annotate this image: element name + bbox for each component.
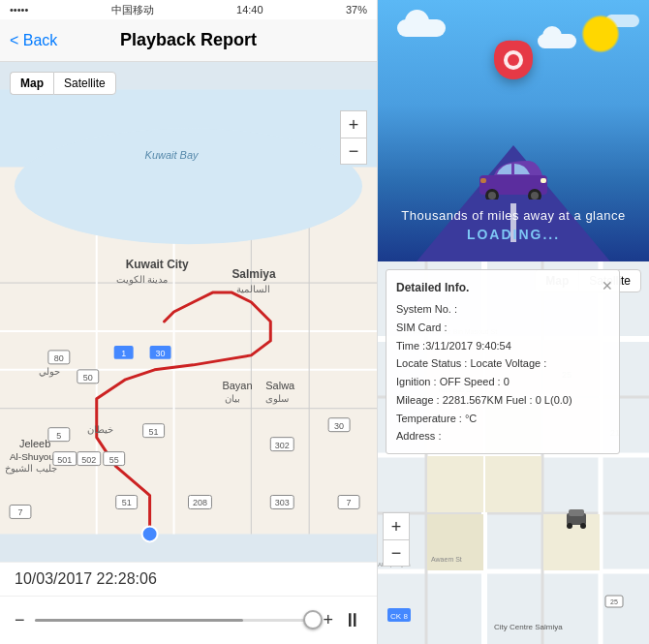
- zoom-in-button[interactable]: +: [340, 110, 367, 138]
- progress-thumb[interactable]: [303, 610, 323, 629]
- cloud-1: [397, 19, 446, 37]
- svg-text:1: 1: [121, 349, 126, 358]
- car-illustration: [475, 151, 552, 203]
- progress-fill: [35, 619, 244, 622]
- info-row-time: Time : 3/11/2017 9:40:54: [396, 337, 609, 355]
- map-container[interactable]: Map Satellite Kuwait Bay: [0, 62, 377, 562]
- pause-button[interactable]: ⏸: [343, 609, 362, 631]
- info-label-time: Time :: [396, 337, 425, 355]
- svg-point-100: [580, 523, 586, 529]
- svg-text:Bayan: Bayan: [222, 380, 252, 391]
- svg-text:502: 502: [81, 455, 96, 465]
- sun-icon: [581, 15, 620, 53]
- back-button[interactable]: < Back: [10, 32, 57, 49]
- info-value-address: [441, 427, 444, 445]
- svg-rect-65: [541, 178, 546, 183]
- zoom-out-button[interactable]: −: [340, 138, 367, 165]
- svg-text:501: 501: [57, 455, 72, 465]
- loading-text: LOADING...: [467, 227, 560, 242]
- left-panel: ••••• 中国移动 14:40 37% < Back Playback Rep…: [0, 0, 378, 644]
- time-display: 14:40: [236, 4, 263, 15]
- battery-indicator: 37%: [346, 4, 367, 15]
- svg-point-99: [567, 523, 572, 529]
- info-label-ignition: Ignition : OFF Speed : 0: [396, 373, 510, 391]
- info-label-locate-status: Locate Status : Locate Voltage :: [396, 354, 546, 373]
- map-svg: Kuwait Bay Kuwait City مدينة الكويت Salm…: [0, 62, 377, 562]
- svg-text:سلوى: سلوى: [265, 393, 289, 405]
- svg-text:Kuwait City: Kuwait City: [126, 258, 189, 271]
- bottom-map[interactable]: Abdul Azeez Bin Masoud St Hamoud St 8 St…: [378, 261, 649, 644]
- svg-text:جليب الشيوخ: جليب الشيوخ: [5, 463, 57, 475]
- info-panel: Detailed Info. ✕ System No. : SIM Card :…: [386, 269, 620, 454]
- svg-text:بيان: بيان: [225, 393, 240, 404]
- map-type-map-button[interactable]: Map: [10, 72, 53, 95]
- info-label-address: Address :: [396, 427, 441, 445]
- svg-point-10: [142, 526, 158, 541]
- svg-text:Kuwait Bay: Kuwait Bay: [145, 149, 200, 161]
- info-panel-title: Detailed Info.: [396, 278, 609, 297]
- bottom-zoom-in-button[interactable]: +: [383, 512, 410, 539]
- right-panel: Thousands of miles away at a glance LOAD…: [378, 0, 649, 644]
- info-label-system-no: System No. :: [396, 300, 457, 319]
- svg-text:7: 7: [347, 498, 352, 507]
- svg-text:Awaem St: Awaem St: [431, 556, 462, 563]
- timestamp-display: 10/03/2017 22:28:06: [0, 562, 377, 596]
- progress-bar[interactable]: [35, 619, 314, 622]
- svg-rect-66: [480, 178, 486, 183]
- svg-text:208: 208: [193, 498, 207, 507]
- svg-text:50: 50: [83, 373, 93, 383]
- svg-text:51: 51: [122, 498, 132, 507]
- svg-text:25: 25: [610, 598, 618, 605]
- svg-point-62: [488, 192, 496, 199]
- cloud-2: [538, 34, 576, 48]
- svg-text:30: 30: [334, 421, 344, 431]
- info-value-time: 3/11/2017 9:40:54: [425, 337, 511, 355]
- svg-text:55: 55: [109, 455, 119, 465]
- svg-text:7: 7: [17, 507, 22, 517]
- svg-text:مدينة الكويت: مدينة الكويت: [116, 274, 169, 286]
- svg-text:5: 5: [56, 431, 61, 441]
- info-value-system-no: [457, 300, 460, 319]
- tagline-text: Thousands of miles away at a glance: [401, 208, 625, 223]
- info-label-temperature: Temperature : °C: [396, 410, 477, 428]
- map-type-satellite-button[interactable]: Satellite: [53, 72, 116, 95]
- bottom-zoom-out-button[interactable]: −: [383, 539, 410, 567]
- info-row-address: Address :: [396, 427, 609, 445]
- svg-text:City Centre Salmiya: City Centre Salmiya: [494, 623, 563, 631]
- svg-text:Jeleeb: Jeleeb: [19, 438, 50, 449]
- svg-text:Salmiya: Salmiya: [232, 267, 276, 281]
- svg-rect-84: [485, 456, 541, 512]
- svg-text:80: 80: [54, 353, 64, 363]
- info-row-system-no: System No. :: [396, 300, 609, 319]
- location-pin-icon: [489, 39, 538, 108]
- svg-rect-98: [569, 509, 584, 516]
- svg-text:حولي: حولي: [39, 366, 60, 378]
- status-bar: ••••• 中国移动 14:40 37%: [0, 0, 377, 19]
- svg-text:CK 8: CK 8: [390, 612, 408, 621]
- info-row-sim-card: SIM Card :: [396, 319, 609, 337]
- bottom-map-zoom-controls: + −: [383, 512, 410, 567]
- playback-controls: − + ⏸: [0, 596, 377, 644]
- nav-bar: < Back Playback Report: [0, 19, 377, 62]
- page-title: Playback Report: [120, 30, 257, 50]
- carrier-name: 中国移动: [111, 3, 154, 17]
- svg-point-9: [15, 128, 362, 244]
- svg-point-59: [508, 54, 519, 66]
- info-panel-close-button[interactable]: ✕: [602, 275, 613, 298]
- speed-increase-button[interactable]: +: [323, 610, 333, 630]
- back-label: < Back: [10, 32, 57, 49]
- svg-text:30: 30: [156, 349, 166, 358]
- svg-text:303: 303: [275, 498, 290, 507]
- info-value-sim-card: [448, 319, 450, 337]
- info-label-sim-card: SIM Card :: [396, 319, 448, 337]
- info-row-temperature: Temperature : °C: [396, 410, 609, 428]
- svg-text:خيطان: خيطان: [87, 424, 113, 435]
- illustration-panel: Thousands of miles away at a glance LOAD…: [378, 0, 649, 261]
- svg-point-64: [531, 192, 539, 199]
- speed-decrease-button[interactable]: −: [15, 610, 25, 630]
- svg-text:Salwa: Salwa: [265, 380, 295, 391]
- map-type-controls: Map Satellite: [10, 72, 116, 95]
- info-row-locate-status: Locate Status : Locate Voltage :: [396, 354, 609, 373]
- map-zoom-controls: + −: [340, 110, 367, 165]
- info-row-mileage: Mileage : 2281.567KM Fuel : 0 L(0.0): [396, 391, 609, 410]
